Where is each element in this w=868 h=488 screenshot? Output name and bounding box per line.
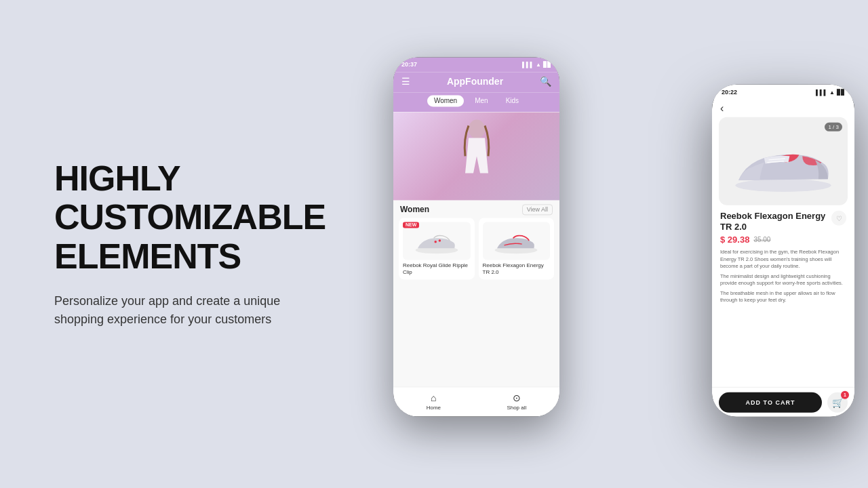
view-all-button[interactable]: View All xyxy=(522,204,553,215)
nav-shop[interactable]: ⊙ Shop all xyxy=(507,392,526,411)
tab-women[interactable]: Women xyxy=(427,95,464,106)
status-bar-back: 20:37 ▌▌▌ ▲ ▊▊ xyxy=(393,57,559,72)
headline-line2: ELEMENTS xyxy=(54,237,241,276)
product-detail-content: Reebok Flexagon Energy TR 2.0 ♡ $ 29.38 … xyxy=(712,205,854,387)
new-badge: NEW xyxy=(403,222,419,228)
svg-point-2 xyxy=(434,241,437,243)
nav-home-label: Home xyxy=(427,405,441,411)
home-icon: ⌂ xyxy=(431,392,436,403)
right-section: 20:37 ▌▌▌ ▲ ▊▊ ☰ AppFounder 🔍 Women Men … xyxy=(373,0,868,488)
product-name-2: Reebok Flexagon Energy TR 2.0 xyxy=(483,262,551,275)
status-time-front: 20:22 xyxy=(722,89,737,96)
svg-point-0 xyxy=(469,119,485,138)
cart-button[interactable]: 🛒 1 xyxy=(827,392,848,412)
product-detail-nav: ‹ xyxy=(712,100,854,117)
product-image-area: 1 / 3 xyxy=(719,117,848,205)
search-icon[interactable]: 🔍 xyxy=(540,76,551,87)
image-counter: 1 / 3 xyxy=(825,123,842,131)
add-to-cart-button[interactable]: ADD TO CART xyxy=(719,392,822,412)
products-row: NEW Reebok Royal Glide Ripple Clip xyxy=(393,218,559,279)
shop-icon: ⊙ xyxy=(513,392,521,403)
section-header: Women View All xyxy=(393,200,559,218)
headline: HIGHLY CUSTOMIZABLE ELEMENTS xyxy=(54,159,332,276)
product-description: Ideal for exercising in the gym, the Ree… xyxy=(720,249,846,304)
bottom-action-bar: ADD TO CART 🛒 1 xyxy=(712,387,854,417)
banner-image xyxy=(393,112,559,200)
left-section: HIGHLY CUSTOMIZABLE ELEMENTS Personalize… xyxy=(0,119,373,369)
hamburger-icon[interactable]: ☰ xyxy=(401,76,410,87)
tab-kids[interactable]: Kids xyxy=(499,95,526,106)
product-card-2[interactable]: Reebok Flexagon Energy TR 2.0 xyxy=(479,218,555,279)
subtext: Personalize your app and create a unique… xyxy=(54,292,332,329)
tab-men[interactable]: Men xyxy=(468,95,494,106)
svg-point-5 xyxy=(735,179,831,192)
wishlist-button[interactable]: ♡ xyxy=(831,211,846,226)
back-button[interactable]: ‹ xyxy=(720,102,724,115)
title-row: Reebok Flexagon Energy TR 2.0 ♡ xyxy=(720,211,846,232)
price-current: $ 29.38 xyxy=(720,235,749,245)
product-card-1[interactable]: NEW Reebok Royal Glide Ripple Clip xyxy=(399,218,475,279)
section-title: Women xyxy=(400,205,429,214)
nav-home[interactable]: ⌂ Home xyxy=(427,392,441,411)
desc-1: Ideal for exercising in the gym, the Ree… xyxy=(720,249,846,270)
app-title: AppFounder xyxy=(447,76,503,87)
bottom-nav: ⌂ Home ⊙ Shop all xyxy=(393,386,559,416)
status-icons-front: ▌▌▌ ▲ ▊▊ xyxy=(816,89,845,95)
status-icons-back: ▌▌▌ ▲ ▊▊ xyxy=(522,62,551,68)
desc-2: The minimalist design and lightweight cu… xyxy=(720,272,846,287)
nav-shop-label: Shop all xyxy=(507,405,526,411)
product-image-2 xyxy=(483,222,551,260)
phone-front: 20:22 ▌▌▌ ▲ ▊▊ ‹ 1 / 3 xyxy=(712,85,854,417)
status-bar-front: 20:22 ▌▌▌ ▲ ▊▊ xyxy=(712,85,854,100)
svg-point-3 xyxy=(438,239,441,242)
phone-content: Women View All NEW xyxy=(393,112,559,386)
price-original: 35.00 xyxy=(753,236,770,243)
detail-product-name: Reebok Flexagon Energy TR 2.0 xyxy=(720,211,831,232)
cart-badge: 1 xyxy=(841,390,849,399)
headline-line1: HIGHLY CUSTOMIZABLE xyxy=(54,159,326,237)
status-time-back: 20:37 xyxy=(401,61,417,68)
cart-icon: 🛒 xyxy=(832,396,844,407)
category-tabs: Women Men Kids xyxy=(393,92,559,112)
price-row: $ 29.38 35.00 xyxy=(720,235,846,245)
app-header: ☰ AppFounder 🔍 xyxy=(393,72,559,92)
phone-back: 20:37 ▌▌▌ ▲ ▊▊ ☰ AppFounder 🔍 Women Men … xyxy=(393,57,559,416)
desc-3: The breathable mesh in the upper allows … xyxy=(720,289,846,304)
product-name-1: Reebok Royal Glide Ripple Clip xyxy=(403,262,471,275)
